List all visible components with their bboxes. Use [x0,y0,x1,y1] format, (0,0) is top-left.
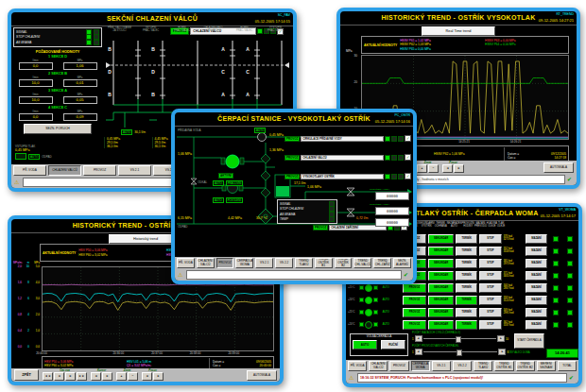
nav-button[interactable]: VS 2.1 [432,361,451,371]
primary-jet-button[interactable]: PROVOZ [403,320,426,330]
stop-button[interactable]: STOP [479,259,501,268]
auto-chip[interactable]: AUTO [254,128,266,133]
ack-icon[interactable] [569,375,576,382]
warning-icon[interactable] [349,375,355,382]
setpoint-value-field[interactable]: 0,0 [19,62,53,70]
nav-button[interactable]: MĚŘENÍ SEZNAM [537,361,556,371]
slider-right-arrow-icon[interactable]: ► [498,349,506,355]
cursor-button[interactable]: ► [102,372,112,381]
time-axis-button[interactable]: ►► [77,372,87,381]
secondary-jet-button[interactable]: SEKUNDÁR [428,247,454,256]
time-axis-button[interactable]: ◄ [54,372,64,381]
setpoint-value-field[interactable]: 0,01 [63,79,97,87]
setpoint-value-field[interactable]: 10,0 [19,79,53,87]
nav-button[interactable]: PROVOZ [389,361,408,371]
stop-button[interactable]: STOP [479,308,501,317]
checkbox-icon[interactable] [405,154,411,161]
nav-button[interactable]: VS 2.1 [255,258,273,268]
slider[interactable]: 1 ◄ ► 8 [412,349,508,355]
lubrication-button[interactable]: MAZÁNÍ [526,271,547,281]
pan-button[interactable]: ◄ [442,164,453,173]
secondary-jet-button[interactable]: SEKUNDÁR [428,283,454,293]
lubrication-button[interactable]: MAZÁNÍ [526,308,547,317]
secondary-jet-button[interactable]: SEKUNDÁR [428,308,454,317]
auto-chip[interactable]: AUTO [121,129,132,135]
nav-button[interactable]: TREND OSTŘIK B2 [516,361,535,371]
autoscale-button[interactable]: AUTOSKALA [543,162,574,173]
time-axis-button[interactable]: ◄◄ [43,372,53,381]
nav-button[interactable]: VS 2.1 [118,165,151,176]
zoom-button[interactable]: − [428,164,439,173]
nav-button[interactable]: VS 2.2 [453,361,472,371]
setpoint-value-field[interactable]: 0,0 [19,113,53,121]
stop-button[interactable]: STOP [479,247,501,256]
nav-button[interactable]: ČERPADLA WOMA [235,258,253,268]
lubrication-button[interactable]: MAZÁNÍ [526,247,547,256]
zoom-button[interactable]: + [417,164,427,173]
nav-button[interactable]: TREND TLAKŮ [295,258,313,268]
slider[interactable]: 1 ◄ ► 10 [412,335,508,342]
secondary-jet-button[interactable]: SEKUNDÁR [428,271,454,281]
time-axis-button[interactable]: ► [65,372,76,381]
nav-button[interactable]: CHLAZENÍ VÁLCŮ [197,258,215,268]
manual-mode-button[interactable]: RUČNÍ [381,340,405,349]
stop-button[interactable]: STOP [479,271,501,281]
thermal-protection-button[interactable]: TERMÍK [456,247,477,256]
nav-button[interactable]: TREND OSTŘIK B1 [315,258,333,268]
nav-button[interactable]: CHLAZENÍ VÁLCŮ [369,361,388,371]
setpoint-value-field[interactable]: 0,09 [63,113,97,121]
lubrication-button[interactable]: MAZÁNÍ [526,234,547,244]
secondary-jet-button[interactable]: SEKUNDÁR [428,234,454,244]
lubrication-button[interactable]: MAZÁNÍ [526,283,547,293]
nav-button[interactable]: TREND OSTŘIK B1 [494,361,513,371]
pan-button[interactable]: ◄ [142,372,152,381]
nav-button[interactable]: TREND CHL.ZAŘÍZ [373,258,391,268]
enable-button[interactable]: POVOLENÍ [226,197,243,203]
setpoint-value-field[interactable]: 10,0 [19,96,53,104]
slider-left-arrow-icon[interactable]: ◄ [415,335,422,342]
warning-icon[interactable] [178,272,184,279]
setpoint-value-field[interactable]: 1,06 [63,62,97,70]
thermal-protection-button[interactable]: TERMÍK [456,296,477,305]
nav-button[interactable]: PŘ. VODA [348,361,367,371]
pan-button[interactable]: ► [454,164,464,173]
ack-icon[interactable] [567,177,574,183]
slider-thumb[interactable] [457,349,462,356]
thermal-protection-button[interactable]: TERMÍK [456,320,477,330]
nav-button[interactable]: SEZN. ALARMŮ [393,258,411,268]
lubrication-button[interactable]: MAZÁNÍ [526,320,547,330]
nav-button[interactable]: TREND TLAKŮ [474,361,492,371]
nav-button[interactable]: CHLAZENÍ VÁLCŮ [48,165,81,176]
thermal-protection-button[interactable]: TERMÍK [456,234,477,244]
nav-button[interactable]: VS 2.2 [275,258,293,268]
stop-button[interactable]: STOP [479,296,501,305]
lubrication-button[interactable]: MAZÁNÍ [526,296,547,305]
slider-right-arrow-icon[interactable]: ► [497,335,505,342]
thermal-protection-button[interactable]: TERMÍK [456,308,477,317]
auto-chip[interactable]: AUTO [28,154,40,160]
nav-button[interactable]: PROVOZ [83,165,116,176]
zoom-button[interactable]: + [116,372,127,381]
trend-mode-button[interactable]: Real Time trend [422,26,495,36]
secondary-jet-button[interactable]: SEKUNDÁR [428,259,454,268]
report-button[interactable]: SEZN. PORUCH [24,124,92,134]
zoom-button[interactable]: − [128,372,138,381]
thermal-protection-button[interactable]: TERMÍK [456,283,477,293]
nav-button[interactable]: PROVOZ [216,258,234,268]
ack-icon[interactable] [404,272,410,279]
auto-mode-button[interactable]: AUTO [353,340,377,349]
secondary-jet-button[interactable]: SEKUNDÁR [428,320,454,330]
thermal-protection-button[interactable]: TERMÍK [456,259,477,268]
nav-button[interactable]: TOTAL [558,361,577,371]
stop-button[interactable]: STOP [479,283,501,293]
nav-button[interactable]: TREND OSTŘIK B2 [335,258,353,268]
slider-left-arrow-icon[interactable]: ◄ [415,349,422,355]
setpoint-value-field[interactable]: 0,05 [63,96,97,104]
checkbox-icon[interactable] [405,135,411,142]
cursor-button[interactable]: ◄ [91,372,101,381]
nav-button[interactable]: ČERPADLA WOMA [411,361,430,371]
checkbox-icon[interactable] [405,173,411,179]
primary-jet-button[interactable]: PROVOZ [403,283,426,293]
slider-thumb[interactable] [456,336,461,343]
working-button[interactable]: PRACOVNÍ [226,180,244,186]
